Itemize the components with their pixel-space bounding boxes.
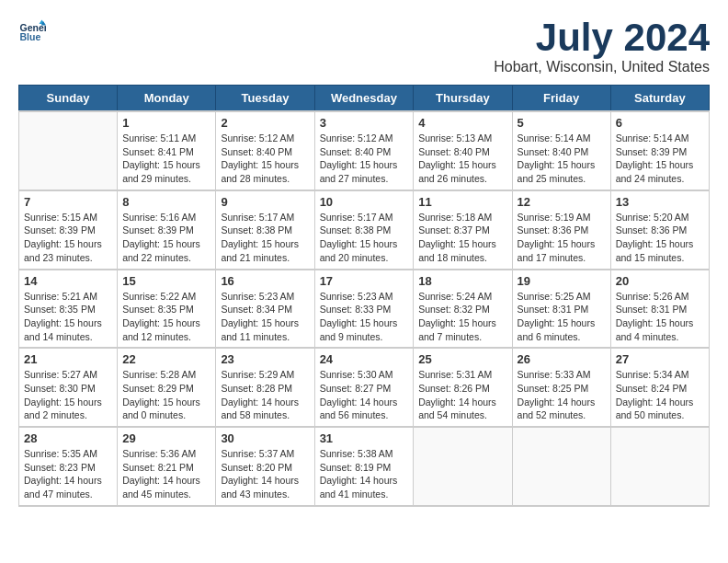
day-info: Sunrise: 5:14 AM Sunset: 8:40 PM Dayligh… xyxy=(518,132,606,186)
svg-text:Blue: Blue xyxy=(20,31,41,42)
day-info: Sunrise: 5:19 AM Sunset: 8:36 PM Dayligh… xyxy=(518,211,606,265)
col-sunday: Sunday xyxy=(19,86,118,112)
day-number: 16 xyxy=(221,274,309,288)
calendar-cell: 20Sunrise: 5:26 AM Sunset: 8:31 PM Dayli… xyxy=(610,270,709,349)
day-number: 23 xyxy=(221,352,309,366)
day-info: Sunrise: 5:24 AM Sunset: 8:32 PM Dayligh… xyxy=(418,290,506,344)
day-info: Sunrise: 5:12 AM Sunset: 8:40 PM Dayligh… xyxy=(221,132,309,186)
day-number: 6 xyxy=(616,116,704,130)
col-wednesday: Wednesday xyxy=(314,86,414,112)
calendar-week-5: 28Sunrise: 5:35 AM Sunset: 8:23 PM Dayli… xyxy=(19,427,710,506)
day-info: Sunrise: 5:23 AM Sunset: 8:34 PM Dayligh… xyxy=(221,290,309,344)
day-number: 15 xyxy=(122,274,210,288)
calendar-cell: 22Sunrise: 5:28 AM Sunset: 8:29 PM Dayli… xyxy=(118,348,216,427)
calendar-week-4: 21Sunrise: 5:27 AM Sunset: 8:30 PM Dayli… xyxy=(19,348,710,427)
day-number: 21 xyxy=(24,352,112,366)
day-number: 2 xyxy=(221,116,309,130)
day-info: Sunrise: 5:11 AM Sunset: 8:41 PM Dayligh… xyxy=(122,132,210,186)
calendar-table: Sunday Monday Tuesday Wednesday Thursday… xyxy=(18,85,710,507)
day-info: Sunrise: 5:22 AM Sunset: 8:35 PM Dayligh… xyxy=(122,290,210,344)
day-number: 22 xyxy=(122,352,210,366)
header-row: Sunday Monday Tuesday Wednesday Thursday… xyxy=(19,86,710,112)
day-number: 29 xyxy=(122,431,210,445)
calendar-cell: 25Sunrise: 5:31 AM Sunset: 8:26 PM Dayli… xyxy=(414,348,512,427)
day-number: 3 xyxy=(320,116,409,130)
calendar-cell: 29Sunrise: 5:36 AM Sunset: 8:21 PM Dayli… xyxy=(118,427,216,506)
day-info: Sunrise: 5:23 AM Sunset: 8:33 PM Dayligh… xyxy=(320,290,409,344)
day-info: Sunrise: 5:28 AM Sunset: 8:29 PM Dayligh… xyxy=(122,368,210,422)
day-info: Sunrise: 5:35 AM Sunset: 8:23 PM Dayligh… xyxy=(24,447,112,501)
calendar-cell: 12Sunrise: 5:19 AM Sunset: 8:36 PM Dayli… xyxy=(512,190,610,270)
calendar-cell xyxy=(610,427,709,506)
calendar-cell xyxy=(512,427,610,506)
logo: General Blue xyxy=(18,18,46,46)
calendar-cell: 11Sunrise: 5:18 AM Sunset: 8:37 PM Dayli… xyxy=(414,190,512,270)
calendar-cell: 2Sunrise: 5:12 AM Sunset: 8:40 PM Daylig… xyxy=(216,111,314,190)
day-info: Sunrise: 5:25 AM Sunset: 8:31 PM Dayligh… xyxy=(518,290,606,344)
day-info: Sunrise: 5:20 AM Sunset: 8:36 PM Dayligh… xyxy=(616,211,704,265)
calendar-cell: 1Sunrise: 5:11 AM Sunset: 8:41 PM Daylig… xyxy=(118,111,216,190)
day-number: 10 xyxy=(320,195,409,209)
day-info: Sunrise: 5:17 AM Sunset: 8:38 PM Dayligh… xyxy=(221,211,309,265)
calendar-cell: 26Sunrise: 5:33 AM Sunset: 8:25 PM Dayli… xyxy=(512,348,610,427)
col-saturday: Saturday xyxy=(610,86,709,112)
day-number: 5 xyxy=(518,116,606,130)
calendar-cell: 5Sunrise: 5:14 AM Sunset: 8:40 PM Daylig… xyxy=(512,111,610,190)
day-info: Sunrise: 5:36 AM Sunset: 8:21 PM Dayligh… xyxy=(122,447,210,501)
calendar-subtitle: Hobart, Wisconsin, United States xyxy=(494,59,710,75)
day-info: Sunrise: 5:14 AM Sunset: 8:39 PM Dayligh… xyxy=(616,132,704,186)
day-number: 20 xyxy=(616,274,704,288)
day-info: Sunrise: 5:31 AM Sunset: 8:26 PM Dayligh… xyxy=(418,368,506,422)
calendar-cell: 3Sunrise: 5:12 AM Sunset: 8:40 PM Daylig… xyxy=(314,111,414,190)
calendar-title: July 2024 xyxy=(494,18,710,57)
day-info: Sunrise: 5:16 AM Sunset: 8:39 PM Dayligh… xyxy=(122,211,210,265)
calendar-cell: 27Sunrise: 5:34 AM Sunset: 8:24 PM Dayli… xyxy=(610,348,709,427)
day-info: Sunrise: 5:38 AM Sunset: 8:19 PM Dayligh… xyxy=(320,447,409,501)
calendar-cell: 28Sunrise: 5:35 AM Sunset: 8:23 PM Dayli… xyxy=(19,427,118,506)
col-monday: Monday xyxy=(118,86,216,112)
day-number: 14 xyxy=(24,274,112,288)
col-thursday: Thursday xyxy=(414,86,512,112)
day-number: 17 xyxy=(320,274,409,288)
day-info: Sunrise: 5:33 AM Sunset: 8:25 PM Dayligh… xyxy=(518,368,606,422)
day-number: 4 xyxy=(418,116,506,130)
calendar-cell xyxy=(19,111,118,190)
day-number: 19 xyxy=(518,274,606,288)
day-number: 24 xyxy=(320,352,409,366)
day-number: 11 xyxy=(418,195,506,209)
day-info: Sunrise: 5:34 AM Sunset: 8:24 PM Dayligh… xyxy=(616,368,704,422)
day-number: 25 xyxy=(418,352,506,366)
calendar-cell: 23Sunrise: 5:29 AM Sunset: 8:28 PM Dayli… xyxy=(216,348,314,427)
calendar-cell: 15Sunrise: 5:22 AM Sunset: 8:35 PM Dayli… xyxy=(118,270,216,349)
day-number: 28 xyxy=(24,431,112,445)
day-number: 13 xyxy=(616,195,704,209)
day-info: Sunrise: 5:30 AM Sunset: 8:27 PM Dayligh… xyxy=(320,368,409,422)
calendar-cell: 24Sunrise: 5:30 AM Sunset: 8:27 PM Dayli… xyxy=(314,348,414,427)
day-info: Sunrise: 5:29 AM Sunset: 8:28 PM Dayligh… xyxy=(221,368,309,422)
calendar-cell: 13Sunrise: 5:20 AM Sunset: 8:36 PM Dayli… xyxy=(610,190,709,270)
calendar-cell: 8Sunrise: 5:16 AM Sunset: 8:39 PM Daylig… xyxy=(118,190,216,270)
calendar-cell: 18Sunrise: 5:24 AM Sunset: 8:32 PM Dayli… xyxy=(414,270,512,349)
page-header: General Blue July 2024 Hobart, Wisconsin… xyxy=(18,18,710,75)
day-number: 27 xyxy=(616,352,704,366)
calendar-cell: 10Sunrise: 5:17 AM Sunset: 8:38 PM Dayli… xyxy=(314,190,414,270)
day-number: 30 xyxy=(221,431,309,445)
day-info: Sunrise: 5:17 AM Sunset: 8:38 PM Dayligh… xyxy=(320,211,409,265)
calendar-week-3: 14Sunrise: 5:21 AM Sunset: 8:35 PM Dayli… xyxy=(19,270,710,349)
calendar-cell: 4Sunrise: 5:13 AM Sunset: 8:40 PM Daylig… xyxy=(414,111,512,190)
calendar-week-1: 1Sunrise: 5:11 AM Sunset: 8:41 PM Daylig… xyxy=(19,111,710,190)
day-info: Sunrise: 5:37 AM Sunset: 8:20 PM Dayligh… xyxy=(221,447,309,501)
day-number: 1 xyxy=(122,116,210,130)
calendar-cell: 31Sunrise: 5:38 AM Sunset: 8:19 PM Dayli… xyxy=(314,427,414,506)
calendar-cell: 9Sunrise: 5:17 AM Sunset: 8:38 PM Daylig… xyxy=(216,190,314,270)
day-info: Sunrise: 5:13 AM Sunset: 8:40 PM Dayligh… xyxy=(418,132,506,186)
calendar-cell: 21Sunrise: 5:27 AM Sunset: 8:30 PM Dayli… xyxy=(19,348,118,427)
day-number: 18 xyxy=(418,274,506,288)
col-friday: Friday xyxy=(512,86,610,112)
day-info: Sunrise: 5:21 AM Sunset: 8:35 PM Dayligh… xyxy=(24,290,112,344)
calendar-cell: 17Sunrise: 5:23 AM Sunset: 8:33 PM Dayli… xyxy=(314,270,414,349)
day-number: 9 xyxy=(221,195,309,209)
day-info: Sunrise: 5:26 AM Sunset: 8:31 PM Dayligh… xyxy=(616,290,704,344)
day-info: Sunrise: 5:27 AM Sunset: 8:30 PM Dayligh… xyxy=(24,368,112,422)
calendar-cell: 14Sunrise: 5:21 AM Sunset: 8:35 PM Dayli… xyxy=(19,270,118,349)
